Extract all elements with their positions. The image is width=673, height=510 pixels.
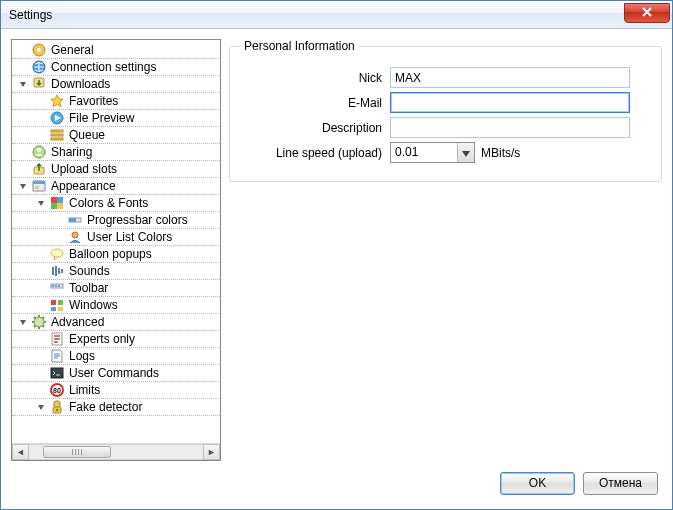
tree-item-label: Windows xyxy=(69,298,118,312)
cancel-button[interactable]: Отмена xyxy=(583,472,658,495)
twisty-open-icon[interactable] xyxy=(18,317,29,328)
balloon-icon xyxy=(49,246,65,262)
tree-item-uploadslots[interactable]: Upload slots xyxy=(12,161,220,178)
tree-item-preview[interactable]: File Preview xyxy=(12,110,220,127)
tree-item-label: User Commands xyxy=(69,366,159,380)
tree-item-queue[interactable]: Queue xyxy=(12,127,220,144)
tree-item-label: Sharing xyxy=(51,145,92,159)
description-input[interactable] xyxy=(390,117,630,138)
favorites-icon xyxy=(49,93,65,109)
email-input[interactable] xyxy=(390,92,630,113)
tree-item-connection[interactable]: Connection settings xyxy=(12,59,220,76)
tree-item-downloads[interactable]: Downloads xyxy=(12,76,220,93)
tree-item-label: Experts only xyxy=(69,332,135,346)
line-speed-combo[interactable]: 0.01 xyxy=(390,142,475,163)
advanced-icon xyxy=(31,314,47,330)
tree-item-progressbar[interactable]: Progressbar colors xyxy=(12,212,220,229)
sharing-icon xyxy=(31,144,47,160)
chevron-down-icon xyxy=(462,146,470,160)
connection-icon xyxy=(31,59,47,75)
twisty-none xyxy=(54,215,65,226)
tree-item-label: Toolbar xyxy=(69,281,108,295)
twisty-open-icon[interactable] xyxy=(18,181,29,192)
settings-window: Settings GeneralConnection settingsDownl… xyxy=(0,0,673,510)
tree-item-logs[interactable]: Logs xyxy=(12,348,220,365)
combo-dropdown-button[interactable] xyxy=(457,143,474,162)
close-icon xyxy=(642,6,652,20)
tree-item-label: Sounds xyxy=(69,264,110,278)
appearance-icon xyxy=(31,178,47,194)
content-pane: Personal Information Nick E-Mail Descrip… xyxy=(229,39,662,461)
tree-item-userlistcolors[interactable]: User List Colors xyxy=(12,229,220,246)
tree-item-label: File Preview xyxy=(69,111,134,125)
close-button[interactable] xyxy=(624,3,670,23)
tree-item-general[interactable]: General xyxy=(12,42,220,59)
settings-tree[interactable]: GeneralConnection settingsDownloadsFavor… xyxy=(12,40,220,443)
tree-item-label: Connection settings xyxy=(51,60,156,74)
colorsfonts-icon xyxy=(49,195,65,211)
twisty-none xyxy=(36,266,47,277)
dialog-footer: OK Отмена xyxy=(1,467,672,509)
line-speed-unit: MBits/s xyxy=(481,146,520,160)
tree-item-sounds[interactable]: Sounds xyxy=(12,263,220,280)
queue-icon xyxy=(49,127,65,143)
nick-label: Nick xyxy=(240,71,390,85)
scroll-left-arrow-icon[interactable]: ◄ xyxy=(12,444,29,460)
tree-item-label: Appearance xyxy=(51,179,116,193)
tree-item-label: Downloads xyxy=(51,77,110,91)
tree-item-experts[interactable]: Experts only xyxy=(12,331,220,348)
tree-item-label: User List Colors xyxy=(87,230,172,244)
tree-item-limits[interactable]: Limits xyxy=(12,382,220,399)
scroll-right-arrow-icon[interactable]: ► xyxy=(203,444,220,460)
twisty-none xyxy=(18,164,29,175)
tree-item-label: Advanced xyxy=(51,315,104,329)
twisty-none xyxy=(36,351,47,362)
twisty-open-icon[interactable] xyxy=(36,402,47,413)
windows-icon xyxy=(49,297,65,313)
twisty-none xyxy=(18,62,29,73)
tree-item-favorites[interactable]: Favorites xyxy=(12,93,220,110)
personal-information-group: Personal Information Nick E-Mail Descrip… xyxy=(229,39,662,182)
tree-item-label: Logs xyxy=(69,349,95,363)
ok-button[interactable]: OK xyxy=(500,472,575,495)
tree-item-label: Favorites xyxy=(69,94,118,108)
tree-horizontal-scrollbar[interactable]: ◄ ► xyxy=(12,443,220,460)
line-speed-value: 0.01 xyxy=(391,143,457,162)
twisty-none xyxy=(36,113,47,124)
scroll-track[interactable] xyxy=(29,444,203,460)
experts-icon xyxy=(49,331,65,347)
tree-item-toolbar[interactable]: Toolbar xyxy=(12,280,220,297)
twisty-open-icon[interactable] xyxy=(18,79,29,90)
scroll-thumb[interactable] xyxy=(43,446,111,458)
settings-tree-pane: GeneralConnection settingsDownloadsFavor… xyxy=(11,39,221,461)
twisty-none xyxy=(36,368,47,379)
tree-item-label: General xyxy=(51,43,94,57)
tree-item-windows[interactable]: Windows xyxy=(12,297,220,314)
tree-item-label: Progressbar colors xyxy=(87,213,188,227)
twisty-none xyxy=(36,130,47,141)
twisty-none xyxy=(36,283,47,294)
tree-item-label: Upload slots xyxy=(51,162,117,176)
tree-item-advanced[interactable]: Advanced xyxy=(12,314,220,331)
twisty-open-icon[interactable] xyxy=(36,198,47,209)
email-label: E-Mail xyxy=(240,96,390,110)
general-icon xyxy=(31,42,47,58)
twisty-none xyxy=(36,300,47,311)
nick-input[interactable] xyxy=(390,67,630,88)
limits-icon xyxy=(49,382,65,398)
userlistcolors-icon xyxy=(67,229,83,245)
tree-item-usercommands[interactable]: User Commands xyxy=(12,365,220,382)
downloads-icon xyxy=(31,76,47,92)
uploadslots-icon xyxy=(31,161,47,177)
tree-item-sharing[interactable]: Sharing xyxy=(12,144,220,161)
tree-item-label: Limits xyxy=(69,383,100,397)
line-speed-label: Line speed (upload) xyxy=(240,146,390,160)
titlebar[interactable]: Settings xyxy=(1,1,672,29)
tree-item-balloon[interactable]: Balloon popups xyxy=(12,246,220,263)
logs-icon xyxy=(49,348,65,364)
usercommands-icon xyxy=(49,365,65,381)
tree-item-fakedetector[interactable]: Fake detector xyxy=(12,399,220,416)
tree-item-colorsfonts[interactable]: Colors & Fonts xyxy=(12,195,220,212)
tree-item-appearance[interactable]: Appearance xyxy=(12,178,220,195)
tree-item-label: Queue xyxy=(69,128,105,142)
